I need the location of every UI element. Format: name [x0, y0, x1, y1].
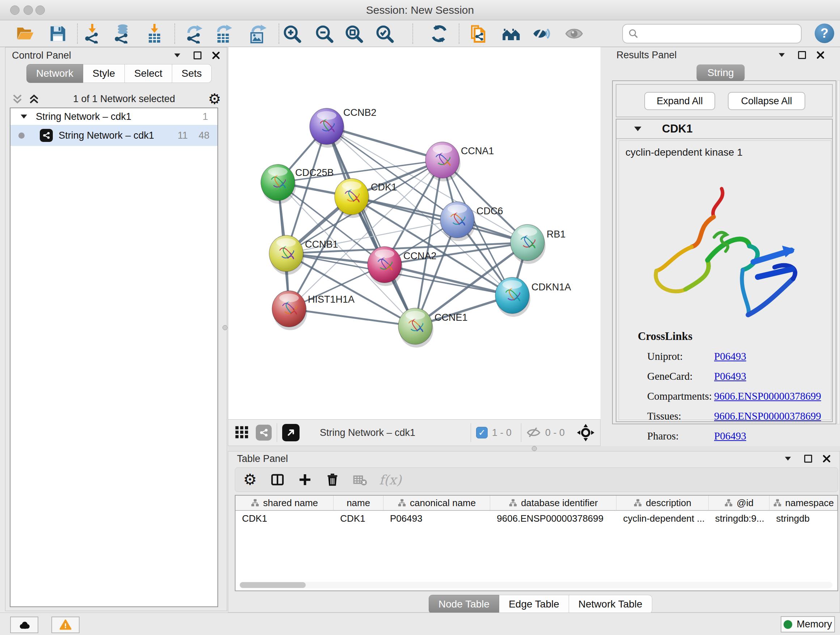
network-node-CCNA1[interactable]: CCNA1 — [425, 142, 494, 181]
network-node-HIST1H1A[interactable]: HIST1H1A — [272, 291, 355, 330]
network-view-toolbar: String Network – cdk1 ✓ 1 - 0 0 - 0 — [228, 419, 600, 446]
panel-menu-icon[interactable] — [779, 53, 785, 57]
protein-structure-image — [636, 184, 816, 325]
network-edge[interactable] — [289, 309, 415, 326]
help-icon[interactable]: ? — [815, 24, 834, 43]
table-settings-gear-icon[interactable]: ⚙ — [242, 471, 258, 488]
expand-all-button[interactable]: Expand All — [644, 92, 715, 110]
gene-section-header[interactable]: CDK1 — [616, 119, 832, 139]
crosslink-link[interactable]: P06493 — [714, 350, 746, 363]
tab-network-table[interactable]: Network Table — [569, 595, 652, 614]
table-cell[interactable]: P06493 — [384, 511, 490, 526]
column-header-database-identifier[interactable]: database identifier — [490, 496, 616, 510]
zoom-fit-icon[interactable] — [344, 24, 364, 44]
table-cell[interactable]: 9606.ENSP00000378699 — [490, 511, 616, 526]
crosslink-link[interactable]: P06493 — [714, 371, 746, 382]
warning-status-button[interactable] — [51, 616, 80, 633]
network-options-gear-icon[interactable]: ⚙ — [208, 92, 221, 106]
network-node-CDKN1A[interactable]: CDKN1A — [495, 277, 571, 317]
table-horizontal-scrollbar[interactable] — [239, 582, 832, 588]
tab-string[interactable]: String — [696, 65, 745, 81]
add-column-icon[interactable] — [297, 471, 313, 488]
table-row[interactable]: CDK1CDK1P064939606.ENSP00000378699cyclin… — [235, 511, 837, 526]
crosshair-icon[interactable] — [577, 424, 594, 441]
crosslink-link[interactable]: P06493 — [714, 430, 746, 442]
selected-nodes-checkbox[interactable]: ✓ — [476, 427, 488, 439]
clone-network-icon[interactable] — [468, 24, 488, 44]
save-session-icon[interactable] — [48, 24, 68, 44]
show-hidden-eye-icon[interactable] — [564, 24, 584, 44]
section-collapse-caret-icon[interactable] — [634, 127, 641, 131]
hidden-eye-icon[interactable] — [526, 425, 541, 440]
table-cell[interactable]: cyclin-dependent ... — [616, 511, 708, 526]
import-network-database-icon[interactable] — [112, 24, 132, 44]
cloud-status-button[interactable] — [10, 616, 38, 633]
tab-edge-table[interactable]: Edge Table — [499, 595, 569, 614]
search-input[interactable] — [643, 28, 796, 40]
split-columns-icon[interactable] — [269, 471, 286, 488]
open-session-icon[interactable] — [15, 24, 35, 44]
delete-table-icon[interactable] — [352, 471, 368, 488]
network-edge[interactable] — [289, 160, 442, 309]
column-header-description[interactable]: description — [616, 496, 708, 510]
tab-select[interactable]: Select — [125, 64, 172, 83]
scrollbar-thumb[interactable] — [240, 582, 306, 588]
import-network-file-icon[interactable] — [82, 24, 103, 44]
column-header--id[interactable]: @id — [709, 496, 770, 510]
homes-icon[interactable] — [501, 24, 521, 44]
export-network-icon[interactable] — [184, 24, 204, 44]
export-table-icon[interactable] — [214, 24, 234, 44]
close-panel-icon[interactable] — [212, 51, 220, 60]
collection-expand-caret-icon[interactable] — [21, 114, 27, 119]
network-node-CDK1[interactable]: CDK1 — [335, 179, 397, 218]
memory-button[interactable]: Memory — [781, 616, 835, 632]
table-cell[interactable]: CDK1 — [235, 511, 333, 526]
column-header-shared-name[interactable]: shared name — [235, 496, 333, 510]
column-header-namespace[interactable]: namespace — [769, 496, 837, 510]
horizontal-splitter[interactable] — [228, 446, 840, 451]
column-header-canonical-name[interactable]: canonical name — [384, 496, 490, 510]
zoom-in-icon[interactable] — [282, 24, 302, 44]
crosslink-link[interactable]: 9606.ENSP00000378699 — [714, 390, 821, 402]
tab-sets[interactable]: Sets — [172, 64, 212, 83]
results-scrollbar[interactable] — [837, 80, 840, 424]
panel-menu-icon[interactable] — [174, 54, 180, 57]
crosslink-link[interactable]: 9606.ENSP00000378699 — [714, 410, 821, 422]
network-collection-row[interactable]: String Network – cdk1 1 — [11, 108, 218, 125]
table-cell[interactable]: CDK1 — [333, 511, 384, 526]
column-header-name[interactable]: name — [333, 496, 384, 510]
tab-network[interactable]: Network — [27, 64, 83, 83]
network-node-RB1[interactable]: RB1 — [510, 225, 566, 264]
float-panel-icon[interactable] — [194, 51, 202, 59]
float-panel-icon[interactable] — [804, 455, 812, 463]
float-panel-icon[interactable] — [798, 51, 806, 59]
collapse-all-chevron-icon[interactable] — [11, 93, 24, 105]
expand-all-chevron-icon[interactable] — [28, 93, 40, 105]
grid-view-icon[interactable] — [235, 424, 250, 441]
network-node-CCNB1[interactable]: CCNB1 — [269, 235, 338, 275]
zoom-selected-icon[interactable] — [374, 24, 395, 44]
collapse-all-button[interactable]: Collapse All — [728, 92, 805, 110]
network-canvas[interactable]: CCNB2CCNA1CDC25BCDK1CDC6RB1CCNB1CCNA2CDK… — [228, 47, 600, 419]
table-cell[interactable]: stringdb — [769, 511, 837, 526]
panel-menu-icon[interactable] — [785, 457, 791, 461]
apply-function-icon[interactable]: f(x) — [379, 472, 401, 487]
close-panel-icon[interactable] — [822, 454, 831, 463]
tab-node-table[interactable]: Node Table — [429, 595, 499, 614]
zoom-out-icon[interactable] — [314, 24, 334, 44]
close-panel-icon[interactable] — [816, 51, 825, 59]
node-label-CDKN1A: CDKN1A — [531, 282, 571, 293]
open-in-new-icon[interactable] — [282, 424, 300, 441]
refresh-icon[interactable] — [429, 24, 449, 44]
tab-style[interactable]: Style — [83, 64, 125, 83]
horizontal-splitter-handle[interactable] — [532, 446, 537, 451]
hide-selected-eye-icon[interactable] — [532, 24, 552, 44]
export-image-icon[interactable] — [248, 24, 268, 44]
network-row-selected[interactable]: String Network – cdk1 11 48 — [11, 125, 218, 146]
import-table-file-icon[interactable] — [144, 24, 164, 44]
left-splitter-handle[interactable] — [223, 325, 227, 330]
network-node-CDC6[interactable]: CDC6 — [440, 202, 503, 241]
network-view-icon[interactable] — [256, 424, 272, 440]
delete-column-icon[interactable] — [324, 471, 341, 488]
table-cell[interactable]: stringdb:9... — [709, 511, 770, 526]
